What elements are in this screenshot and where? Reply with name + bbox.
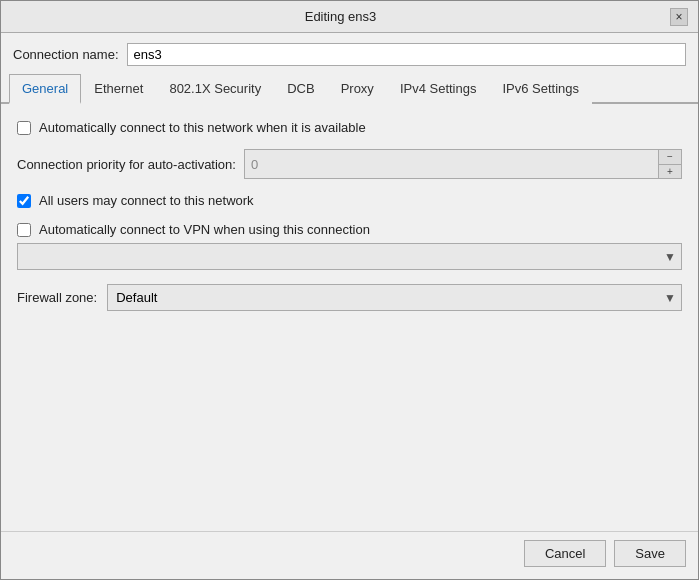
tabs-bar: General Ethernet 802.1X Security DCB Pro… xyxy=(1,74,698,104)
all-users-label[interactable]: All users may connect to this network xyxy=(39,193,254,208)
all-users-checkbox[interactable] xyxy=(17,194,31,208)
cancel-button[interactable]: Cancel xyxy=(524,540,606,567)
window-title: Editing ens3 xyxy=(11,9,670,24)
firewall-row: Firewall zone: Default ▼ xyxy=(17,284,682,311)
stepper-buttons: − + xyxy=(658,150,681,178)
bottom-buttons: Cancel Save xyxy=(1,531,698,579)
all-users-row: All users may connect to this network xyxy=(17,193,682,208)
priority-decrease-button[interactable]: − xyxy=(659,150,681,164)
tab-ipv6-settings[interactable]: IPv6 Settings xyxy=(489,74,592,104)
vpn-dropdown-wrapper: ▼ xyxy=(17,243,682,270)
tab-8021x-security[interactable]: 802.1X Security xyxy=(156,74,274,104)
vpn-section: Automatically connect to VPN when using … xyxy=(17,222,682,270)
vpn-checkbox-row: Automatically connect to VPN when using … xyxy=(17,222,682,237)
auto-connect-row: Automatically connect to this network wh… xyxy=(17,120,682,135)
close-button[interactable]: × xyxy=(670,8,688,26)
auto-connect-label[interactable]: Automatically connect to this network wh… xyxy=(39,120,366,135)
tab-ethernet[interactable]: Ethernet xyxy=(81,74,156,104)
priority-row: Connection priority for auto-activation:… xyxy=(17,149,682,179)
vpn-connect-label[interactable]: Automatically connect to VPN when using … xyxy=(39,222,370,237)
connection-name-label: Connection name: xyxy=(13,47,119,62)
priority-input-wrapper: − + xyxy=(244,149,682,179)
tab-content: Automatically connect to this network wh… xyxy=(1,104,698,531)
firewall-dropdown[interactable]: Default xyxy=(107,284,682,311)
tab-ipv4-settings[interactable]: IPv4 Settings xyxy=(387,74,490,104)
auto-connect-checkbox[interactable] xyxy=(17,121,31,135)
connection-name-row: Connection name: xyxy=(1,33,698,74)
vpn-dropdown[interactable] xyxy=(17,243,682,270)
connection-name-input[interactable] xyxy=(127,43,686,66)
title-bar: Editing ens3 × xyxy=(1,1,698,33)
tab-dcb[interactable]: DCB xyxy=(274,74,327,104)
firewall-label: Firewall zone: xyxy=(17,290,97,305)
tab-general[interactable]: General xyxy=(9,74,81,104)
priority-increase-button[interactable]: + xyxy=(659,164,681,178)
priority-label: Connection priority for auto-activation: xyxy=(17,157,236,172)
vpn-connect-checkbox[interactable] xyxy=(17,223,31,237)
save-button[interactable]: Save xyxy=(614,540,686,567)
main-window: Editing ens3 × Connection name: General … xyxy=(0,0,699,580)
firewall-dropdown-wrapper: Default ▼ xyxy=(107,284,682,311)
tab-proxy[interactable]: Proxy xyxy=(328,74,387,104)
priority-input[interactable] xyxy=(245,150,658,178)
